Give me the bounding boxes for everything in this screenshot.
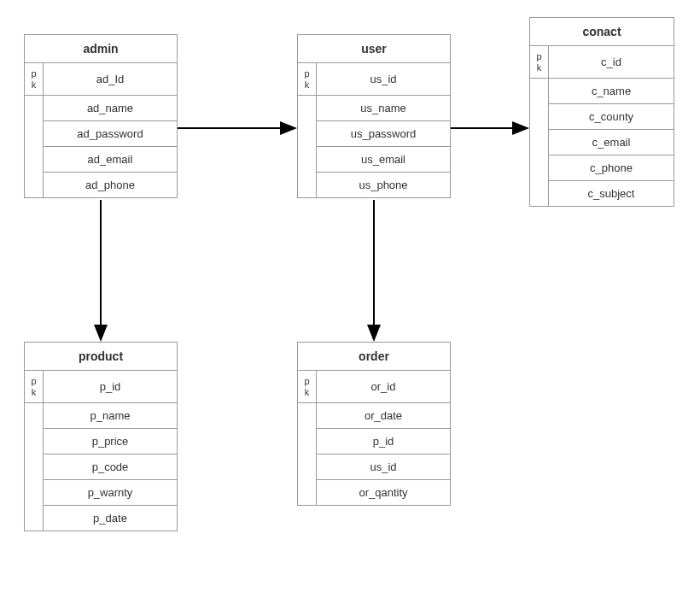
attr-cell: or_id	[317, 371, 450, 403]
attr-cell: ad_name	[44, 96, 177, 121]
attr-cell: c_name	[549, 79, 674, 104]
pk-label: pk	[298, 371, 316, 403]
attr-cell: or_qantity	[317, 480, 450, 505]
entity-body: pk us_id us_name us_password us_email us…	[298, 63, 450, 197]
attr-cell: ad_email	[44, 147, 177, 173]
attr-cell: us_id	[317, 63, 450, 96]
pk-spacer	[25, 96, 43, 197]
entity-body: pk or_id or_date p_id us_id or_qantity	[298, 371, 450, 505]
pk-column: pk	[530, 46, 549, 206]
attr-column: us_id us_name us_password us_email us_ph…	[317, 63, 450, 197]
entity-body: pk c_id c_name c_county c_email c_phone …	[530, 46, 674, 206]
entity-admin: admin pk ad_Id ad_name ad_password ad_em…	[24, 34, 178, 198]
pk-spacer	[298, 403, 316, 505]
entity-title: user	[298, 35, 450, 63]
entity-user: user pk us_id us_name us_password us_ema…	[297, 34, 451, 198]
pk-spacer	[530, 79, 548, 206]
attr-cell: p_price	[44, 429, 177, 454]
pk-column: pk	[298, 371, 317, 505]
entity-title: conact	[530, 18, 674, 46]
pk-label: pk	[530, 46, 548, 79]
attr-cell: us_phone	[317, 173, 450, 197]
attr-cell: us_id	[317, 454, 450, 480]
attr-cell: ad_Id	[44, 63, 177, 96]
pk-label: pk	[25, 371, 43, 403]
entity-order: order pk or_id or_date p_id us_id or_qan…	[297, 342, 451, 506]
attr-cell: c_county	[549, 104, 674, 130]
attr-cell: us_name	[317, 96, 450, 121]
entity-title: order	[298, 343, 450, 371]
pk-label: pk	[25, 63, 43, 96]
pk-spacer	[298, 96, 316, 197]
attr-cell: ad_phone	[44, 173, 177, 197]
attr-cell: p_id	[317, 429, 450, 454]
pk-column: pk	[25, 63, 44, 197]
attr-cell: p_id	[44, 371, 177, 403]
attr-cell: c_subject	[549, 181, 674, 206]
attr-column: c_id c_name c_county c_email c_phone c_s…	[549, 46, 674, 206]
attr-cell: c_id	[549, 46, 674, 79]
attr-cell: c_phone	[549, 155, 674, 181]
attr-cell: or_date	[317, 403, 450, 429]
attr-cell: us_password	[317, 121, 450, 147]
entity-title: admin	[25, 35, 177, 63]
pk-column: pk	[298, 63, 317, 197]
entity-product: product pk p_id p_name p_price p_code p_…	[24, 342, 178, 531]
attr-cell: p_name	[44, 403, 177, 429]
attr-column: or_id or_date p_id us_id or_qantity	[317, 371, 450, 505]
attr-column: p_id p_name p_price p_code p_warnty p_da…	[44, 371, 177, 531]
pk-label: pk	[298, 63, 316, 96]
attr-cell: p_code	[44, 454, 177, 480]
entity-body: pk ad_Id ad_name ad_password ad_email ad…	[25, 63, 177, 197]
entity-title: product	[25, 343, 177, 371]
attr-cell: p_warnty	[44, 480, 177, 506]
attr-cell: c_email	[549, 130, 674, 155]
attr-cell: p_date	[44, 506, 177, 531]
pk-column: pk	[25, 371, 44, 531]
attr-cell: us_email	[317, 147, 450, 173]
attr-column: ad_Id ad_name ad_password ad_email ad_ph…	[44, 63, 177, 197]
pk-spacer	[25, 403, 43, 531]
entity-body: pk p_id p_name p_price p_code p_warnty p…	[25, 371, 177, 531]
entity-conact: conact pk c_id c_name c_county c_email c…	[529, 17, 674, 207]
attr-cell: ad_password	[44, 121, 177, 147]
